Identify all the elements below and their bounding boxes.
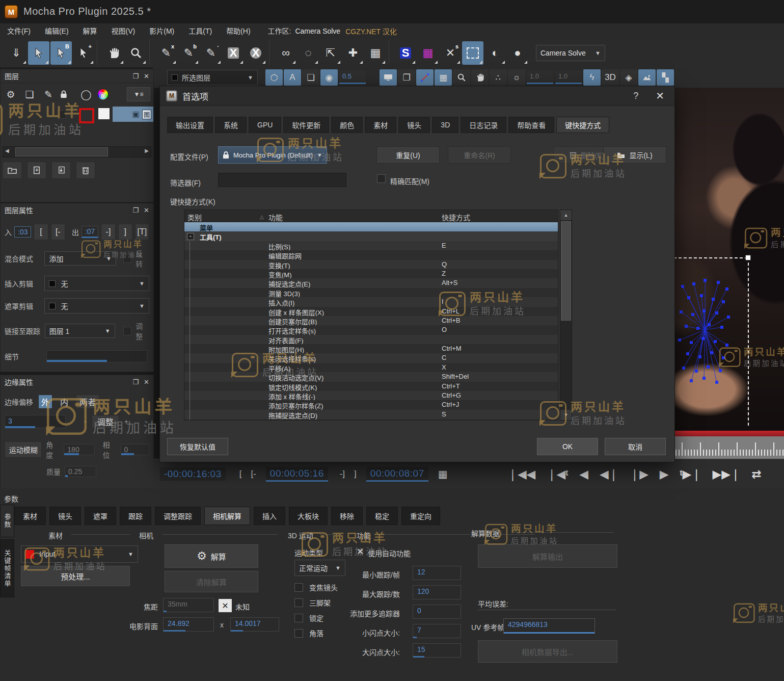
in-point-field[interactable]: :03 <box>14 226 31 238</box>
spline-path-icon[interactable] <box>416 69 434 86</box>
hand-small-icon[interactable] <box>471 69 489 86</box>
auto-features-x-icon[interactable]: ✕ <box>357 546 364 557</box>
diamond-icon[interactable]: ◈ <box>620 69 637 86</box>
table-row[interactable]: 锁定切线模式(K)Ctrl+T <box>184 382 558 391</box>
edge-offset-field[interactable]: 3 <box>5 415 66 428</box>
channels-icon[interactable]: ⬡ <box>265 69 283 86</box>
out-point-field[interactable]: :07 <box>82 226 98 238</box>
checkbox[interactable] <box>294 598 303 607</box>
offset-minus-button[interactable]: - <box>84 417 87 426</box>
ring-icon[interactable]: ◯ <box>79 89 93 100</box>
module-tab-稳定[interactable]: 稳定 <box>366 507 398 525</box>
pref-tab-镜头[interactable]: 镜头 <box>398 117 430 133</box>
invert-checkbox[interactable] <box>123 254 131 263</box>
xspline-rect-tool[interactable]: X <box>223 41 244 65</box>
lens-icon[interactable]: ◐ <box>484 41 506 65</box>
text-a-icon[interactable]: A <box>284 69 301 86</box>
shapes-icon[interactable]: ❏ <box>302 69 319 86</box>
checker-icon[interactable]: ▚ <box>657 69 674 86</box>
surface-edge-v[interactable] <box>748 257 749 426</box>
table-row[interactable]: 对齐表面(F) <box>184 335 558 344</box>
float-panel-icon[interactable]: ❐ <box>132 206 139 214</box>
uv-ref-field[interactable]: 4294966813 <box>503 618 595 634</box>
new-group-button[interactable]: + <box>3 162 22 179</box>
grid-icon[interactable]: ▦ <box>417 41 439 65</box>
shortcuts-table-header[interactable]: 类别 △ 功能 快捷方式 <box>184 210 558 223</box>
profile-rename-button[interactable]: 重命名(R) <box>448 146 511 164</box>
filmstrip-icon[interactable]: ▦ <box>434 468 452 480</box>
link-track-dropdown[interactable]: 图层 1 ▼ <box>45 324 115 338</box>
table-row[interactable]: 插入点(I)I <box>184 297 558 306</box>
feature-field-4[interactable]: 15 <box>413 643 461 658</box>
pref-tab-颜色[interactable]: 颜色 <box>331 117 363 133</box>
mode-3d-button[interactable]: 3D <box>602 69 619 86</box>
image-view-icon[interactable] <box>638 69 656 86</box>
feature-field-0[interactable]: 12 <box>413 566 461 580</box>
restore-defaults-button[interactable]: 恢复默认值 <box>167 438 228 455</box>
edge-both-button[interactable]: 两者 <box>76 395 99 409</box>
shapes-icon[interactable]: ❏ <box>22 89 37 100</box>
table-row[interactable]: 比例(S)E <box>184 241 558 250</box>
timecode-in[interactable]: 00:00:05:16 <box>266 467 328 482</box>
blend-mode-dropdown[interactable]: 添加 ▼ <box>44 251 116 266</box>
edge-inner-button[interactable]: 内 <box>58 395 71 408</box>
next-keyframe-button[interactable]: ᵗ▶❘ <box>675 467 706 481</box>
menu-1[interactable]: 编辑(E) <box>38 27 76 35</box>
stabilize-icon[interactable]: S <box>395 41 416 65</box>
filmback-height-field[interactable]: 14.0017 <box>230 617 279 632</box>
table-row[interactable]: 创建 x 样条图层(X)Ctrl+L <box>184 307 558 316</box>
ok-button[interactable]: OK <box>537 438 598 455</box>
table-row[interactable]: 变换(T)Q <box>184 260 558 269</box>
focal-field[interactable]: 35mm <box>163 598 214 612</box>
menu-5[interactable]: 工具(T) <box>181 27 219 35</box>
table-row[interactable]: 捕捉选定点(E)Alt+S <box>184 278 558 287</box>
insert-clip-dropdown[interactable]: 无 ▼ <box>44 276 149 291</box>
table-row[interactable]: 切换活动选定点(V)Shift+Del <box>184 372 558 381</box>
feature-field-2[interactable]: 0 <box>413 605 461 619</box>
menu-0[interactable]: 文件(F) <box>0 27 38 35</box>
trim-out-button[interactable]: -] <box>101 224 115 240</box>
gear-icon[interactable]: ⚙ <box>4 89 18 100</box>
angle-field[interactable]: 180 <box>64 444 94 455</box>
matte-clip-dropdown[interactable]: 无 ▼ <box>44 298 149 313</box>
menu-2[interactable]: 解算 <box>76 27 104 35</box>
create-bezier-tool[interactable]: ✎b <box>178 41 199 65</box>
module-tab-插入[interactable]: 插入 <box>254 507 285 525</box>
filter-input[interactable] <box>218 173 346 187</box>
module-tab-遮罩[interactable]: 遮罩 <box>85 507 116 525</box>
module-tab-相机解算[interactable]: 相机解算 <box>204 507 250 525</box>
solve-output-button[interactable]: 解算输出 <box>478 544 617 568</box>
pref-tab-系统[interactable]: 系统 <box>215 117 247 133</box>
offset-adjust-button[interactable]: 调整 <box>92 415 119 428</box>
table-row[interactable]: 平移(A)X <box>184 363 558 372</box>
brightness-icon[interactable]: ☼ <box>508 69 525 86</box>
save-project-icon[interactable]: ⇓ <box>6 41 27 65</box>
detail-slider[interactable] <box>46 350 147 362</box>
gain-field-2[interactable]: 1.0 <box>555 71 582 84</box>
profile-show-button[interactable]: 显示(L) <box>603 146 666 164</box>
menu-4[interactable]: 影片(M) <box>142 27 181 35</box>
import-layer-button[interactable] <box>51 162 71 179</box>
play-button[interactable]: ▶ <box>655 467 673 481</box>
set-out-button[interactable]: ] <box>118 224 132 240</box>
scroll-thumb[interactable] <box>561 221 571 321</box>
checkbox[interactable] <box>294 614 303 622</box>
add-point-tool[interactable]: + <box>73 41 94 65</box>
profile-dropdown[interactable]: Mocha Pro Plugin (Default) ▼ <box>218 146 327 164</box>
play-reverse-button[interactable]: ◀ <box>575 467 593 481</box>
table-row[interactable]: -工具(T) <box>184 231 558 241</box>
preprocess-button[interactable]: 预处理... <box>21 566 130 586</box>
skip-to-start-button[interactable]: ❘◀◀ <box>503 467 540 481</box>
layers-view-icon[interactable]: ❐ <box>398 69 415 86</box>
close-panel-icon[interactable]: ✕ <box>144 206 149 214</box>
selected-layer-dropdown[interactable]: 所选图层▼ <box>167 70 258 85</box>
module-tab-大板块[interactable]: 大板块 <box>289 507 328 525</box>
prev-keyframe-button[interactable]: ❘◀ᵗ <box>542 467 573 481</box>
float-panel-icon[interactable]: ❐ <box>132 378 139 386</box>
table-row[interactable]: 创建贝塞尔层(B)Ctrl+B <box>184 316 558 325</box>
layer-outline-color-swatch[interactable] <box>79 108 94 123</box>
pref-tab-帮助查看[interactable]: 帮助查看 <box>508 117 554 133</box>
shortcuts-scrollbar[interactable]: ▲ ▼ <box>560 209 572 421</box>
set-in-button[interactable]: [ <box>34 224 48 240</box>
pref-tab-输出设置[interactable]: 输出设置 <box>167 117 213 133</box>
